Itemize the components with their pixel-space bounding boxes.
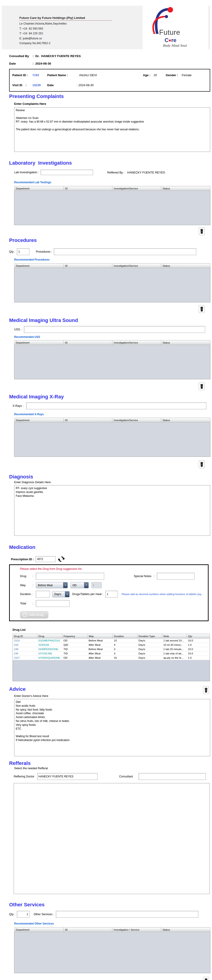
- add-drug-button[interactable]: + Add Drug: [20, 611, 48, 619]
- drug-id-cell[interactable]: 1527: [13, 656, 37, 660]
- heart-icon: ♥: [169, 38, 171, 43]
- drug-name-cell[interactable]: ESOMEPRAZOLE: [37, 638, 63, 643]
- drug-note-cell: 10 ml 30 minut...: [162, 643, 187, 647]
- other-trash-row: [0, 977, 209, 980]
- drug-frequency-cell: TID: [63, 647, 88, 651]
- duration-type-select[interactable]: Day/s▼: [52, 591, 69, 597]
- section-ultrasound: Medical Imaging Ultra Sound: [9, 317, 212, 323]
- per-meal-input[interactable]: [105, 591, 118, 598]
- other-col-department: Department: [14, 928, 64, 932]
- procedures-delete-button[interactable]: [199, 305, 205, 313]
- referral-list-box[interactable]: [14, 783, 210, 894]
- colon: :: [32, 602, 36, 605]
- lab-investigation-input[interactable]: [40, 170, 93, 175]
- drug-col-duration-type: Duration Type: [138, 634, 162, 638]
- section-xray: Medical Imaging X-Ray: [9, 394, 212, 400]
- uss-input[interactable]: [24, 326, 205, 333]
- clinic-phone-1: T: +24 82 593 593: [19, 27, 112, 31]
- xray-col-service: Investigation/Service: [112, 418, 161, 422]
- recommended-procedures-link[interactable]: Recommended Procedures: [14, 258, 50, 261]
- table-row: 248 DOMPERIDONE TID Before Meal 3 Day/s …: [13, 647, 210, 651]
- uss-col-department: Department: [14, 340, 64, 345]
- advice-textarea[interactable]: Diet Non-acidic fruits No spicy, fast fo…: [14, 699, 210, 756]
- recommended-xray-link[interactable]: Recommended X-Rays: [14, 413, 44, 416]
- section-other-services: Other Services: [9, 902, 212, 908]
- duration-input[interactable]: [36, 591, 50, 598]
- refresh-prescription-button[interactable]: [58, 556, 65, 563]
- consultant-input[interactable]: [138, 773, 206, 780]
- drug-id-cell[interactable]: 318: [13, 643, 37, 647]
- way-select[interactable]: Before Meal▼: [36, 582, 68, 588]
- xray-table-empty-body: [14, 422, 210, 457]
- medication-delete-button[interactable]: [203, 686, 209, 694]
- logo-tagline: Body Mind Soul: [163, 44, 187, 47]
- drug-row: Drug : Special Notes :: [20, 573, 208, 579]
- other-delete-button[interactable]: [203, 977, 209, 980]
- referring-doctor-input[interactable]: [37, 773, 98, 780]
- special-notes-input[interactable]: [157, 573, 194, 579]
- recommended-lab-testings-link[interactable]: Recommended Lab Testings: [14, 181, 51, 184]
- xray-trash-row: [0, 460, 205, 468]
- table-row: 1516 ESOMEPRAZOLE OD Before Meal 10 Day/…: [13, 638, 210, 643]
- drug-suggestion-hint: Please select the Drug from Drug suggess…: [20, 567, 208, 571]
- other-qty-input[interactable]: [17, 911, 29, 918]
- prescription-id-input[interactable]: [35, 556, 56, 562]
- other-services-input[interactable]: [56, 911, 198, 918]
- procedures-qty-label: Qty :: [9, 250, 15, 253]
- section-laboratory: Laboratory Investigations: [9, 160, 212, 166]
- drug-id-cell[interactable]: 240: [13, 651, 37, 656]
- drug-qty-cell: 10.0: [187, 638, 210, 643]
- drug-way-cell: After Meal: [88, 643, 113, 647]
- drug-note-cell: ap-ply on the le...: [162, 656, 187, 660]
- procedures-trash-row: [0, 305, 205, 313]
- frequency-selected-value: OD: [71, 584, 79, 587]
- colon: :: [32, 574, 36, 578]
- total-row: Total :: [20, 600, 208, 607]
- complaints-textarea[interactable]: Review Abdomen Us Scan RT- ovary has a 8…: [14, 107, 210, 152]
- procedures-table: Department ID Investigation/Service Stat…: [14, 263, 210, 302]
- drug-duration-cell: 3: [113, 651, 138, 656]
- xray-col-status: Status: [161, 418, 210, 422]
- patient-name-label: Patient Name :: [47, 73, 68, 77]
- patient-name-value: ANJALI DEVI: [79, 73, 97, 77]
- recommended-uss-link[interactable]: Recommended USS: [14, 336, 40, 339]
- xray-input[interactable]: [26, 402, 206, 409]
- recommended-other-services-link[interactable]: Recommended Other Services: [14, 922, 54, 925]
- prescription-row: Prescription ID :: [11, 556, 212, 563]
- lab-delete-button[interactable]: [199, 228, 205, 235]
- procedures-input[interactable]: [54, 248, 196, 255]
- duration-label: Duration :: [20, 593, 36, 596]
- drug-name-cell[interactable]: HYOSCINE: [37, 651, 63, 656]
- section-diagnosis: Diagnosis: [9, 474, 212, 480]
- procedures-qty-input[interactable]: [17, 248, 29, 255]
- drug-id-cell[interactable]: 248: [13, 647, 37, 651]
- diagnosis-textarea[interactable]: RT- ovary cyst suggestive Impress acute …: [14, 485, 210, 536]
- drug-name-cell[interactable]: DOMPERIDONE: [37, 647, 63, 651]
- drug-frequency-cell: OD: [63, 656, 88, 660]
- drug-list-table: Drug ID Drug Fequency Way Duration Durat…: [13, 634, 210, 681]
- uss-col-status: Status: [161, 340, 210, 345]
- frequency-select[interactable]: OD▼: [71, 582, 89, 588]
- drug-frequency-cell: OD: [63, 638, 88, 643]
- visit-date-label: Date: [47, 83, 53, 87]
- drug-duration-type-cell: Day/s: [138, 638, 162, 643]
- drug-name-cell[interactable]: SODIUM: [37, 643, 63, 647]
- visit-date-value: : 2024-08-30: [77, 83, 94, 87]
- add-drug-label: Add Drug: [29, 613, 43, 617]
- xray-delete-button[interactable]: [199, 460, 205, 468]
- referred-by-label: Reffered By :: [107, 171, 124, 174]
- drug-input[interactable]: [36, 573, 104, 579]
- drug-id-cell[interactable]: 1516: [13, 638, 37, 643]
- lab-col-department: Department: [14, 186, 64, 191]
- uss-delete-button[interactable]: [199, 382, 205, 390]
- drug-name-cell[interactable]: HYDROQUINONE: [37, 656, 63, 660]
- drug-col-note: Note: [162, 634, 187, 638]
- prescription-id-label: Prescription ID :: [11, 558, 34, 561]
- diagnosis-label: Enter Diagnosis Details Here: [14, 480, 212, 484]
- drug-col-frequency: Fequency: [63, 634, 88, 638]
- clinic-info: Future Care by Future Holdings (Pty) Lim…: [19, 16, 112, 45]
- total-input[interactable]: [36, 600, 69, 607]
- advice-label: Enter Doctor's Advice Here: [14, 694, 212, 698]
- other-services-input-label: Other Services :: [34, 913, 54, 916]
- drug-duration-cell: 10: [113, 638, 138, 643]
